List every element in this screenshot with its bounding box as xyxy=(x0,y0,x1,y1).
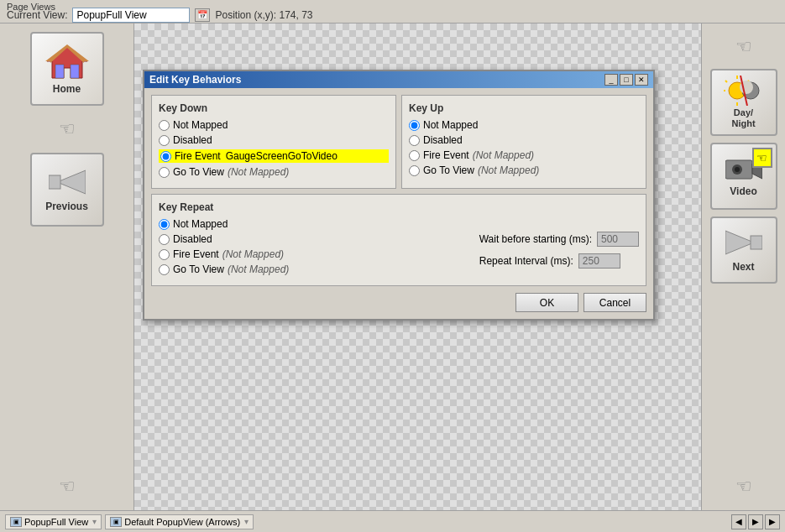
dialog-titlebar: Edit Key Behaviors _ □ ✕ xyxy=(144,71,653,88)
wait-before-input[interactable] xyxy=(597,232,639,247)
video-label: Video xyxy=(730,185,756,197)
key-repeat-disabled-row[interactable]: Disabled xyxy=(159,233,463,245)
key-repeat-disabled-radio[interactable] xyxy=(159,234,170,245)
next-button[interactable]: Next xyxy=(710,216,777,284)
key-up-not-mapped-row[interactable]: Not Mapped xyxy=(409,119,639,131)
key-down-goto-view-radio[interactable] xyxy=(159,167,170,178)
key-repeat-disabled-label: Disabled xyxy=(173,233,212,245)
key-up-section: Key Up Not Mapped Disabled Fire Eve xyxy=(401,95,646,189)
right-top-cursor: ☜ xyxy=(729,32,759,62)
key-up-disabled-row[interactable]: Disabled xyxy=(409,134,639,146)
key-down-goto-view-label: Go To View xyxy=(173,166,224,178)
right-bottom-cursor: ☜ xyxy=(729,472,759,502)
key-down-fire-event-value: GaugeScreenGoToVideo xyxy=(226,150,338,162)
next-arrow-icon xyxy=(725,227,762,258)
svg-rect-2 xyxy=(71,65,79,78)
key-repeat-not-mapped-row[interactable]: Not Mapped xyxy=(159,218,463,230)
key-up-disabled-label: Disabled xyxy=(423,134,463,146)
dialog-title: Edit Key Behaviors xyxy=(149,74,241,86)
svg-rect-20 xyxy=(751,236,762,249)
key-up-fire-event-row[interactable]: Fire Event (Not Mapped) xyxy=(409,149,639,161)
tab1-label: PopupFull View xyxy=(24,517,88,527)
key-down-title: Key Down xyxy=(159,102,389,114)
svg-marker-19 xyxy=(725,231,754,254)
key-up-goto-view-row[interactable]: Go To View (Not Mapped) xyxy=(409,164,639,176)
svg-line-10 xyxy=(725,81,727,82)
key-down-goto-view-value: (Not Mapped) xyxy=(228,166,289,178)
home-label: Home xyxy=(53,83,81,95)
tab1-icon: ▣ xyxy=(10,517,22,527)
day-night-label: Day/Night xyxy=(731,107,755,129)
key-repeat-goto-view-row[interactable]: Go To View (Not Mapped) xyxy=(159,263,463,275)
status-tab-1[interactable]: ▣ PopupFull View ▾ xyxy=(5,514,102,529)
key-repeat-goto-view-label: Go To View xyxy=(173,263,224,275)
key-repeat-section: Key Repeat Not Mapped Disabled xyxy=(151,194,646,286)
left-cursor-icon: ☜ xyxy=(52,114,82,144)
previous-button[interactable]: Previous xyxy=(30,153,104,227)
key-up-not-mapped-radio[interactable] xyxy=(409,120,420,131)
nav-arrow-right2-button[interactable]: ▶ xyxy=(765,514,780,529)
key-up-title: Key Up xyxy=(409,102,639,114)
svg-rect-5 xyxy=(49,175,60,189)
status-tab-2[interactable]: ▣ Default PopupView (Arrows) ▾ xyxy=(105,514,254,529)
tab2-icon: ▣ xyxy=(110,517,122,527)
key-repeat-goto-view-value: (Not Mapped) xyxy=(228,263,289,275)
canvas-area: Edit Key Behaviors _ □ ✕ Key Down xyxy=(134,23,701,510)
cancel-button[interactable]: Cancel xyxy=(584,293,646,312)
key-up-disabled-radio[interactable] xyxy=(409,135,420,146)
day-night-button[interactable]: Day/Night xyxy=(710,69,777,136)
nav-arrows: ◀ ▶ ▶ xyxy=(731,514,780,529)
key-repeat-fire-event-radio[interactable] xyxy=(159,249,170,260)
key-up-not-mapped-label: Not Mapped xyxy=(423,119,478,131)
key-down-fire-event-label: Fire Event xyxy=(175,150,221,162)
svg-rect-1 xyxy=(55,65,64,78)
key-repeat-title: Key Repeat xyxy=(159,201,639,213)
key-down-not-mapped-radio[interactable] xyxy=(159,120,170,131)
key-up-fire-event-radio[interactable] xyxy=(409,150,420,161)
video-button[interactable]: ☜ Video xyxy=(710,143,777,210)
key-repeat-fire-event-label: Fire Event xyxy=(173,248,219,260)
status-bar: ▣ PopupFull View ▾ ▣ Default PopupView (… xyxy=(0,510,785,532)
key-down-disabled-row[interactable]: Disabled xyxy=(159,134,389,146)
tab2-label: Default PopupView (Arrows) xyxy=(124,517,240,527)
svg-point-18 xyxy=(735,167,740,172)
repeat-interval-label: Repeat Interval (ms): xyxy=(479,255,573,267)
previous-label: Previous xyxy=(45,201,88,212)
key-up-goto-view-value: (Not Mapped) xyxy=(478,164,539,176)
calendar-icon[interactable]: 📅 xyxy=(195,8,210,22)
key-down-disabled-label: Disabled xyxy=(173,134,212,146)
tab2-close[interactable]: ▾ xyxy=(244,517,249,526)
home-icon xyxy=(45,43,89,80)
day-night-icon xyxy=(724,76,764,106)
nav-arrow-left-button[interactable]: ◀ xyxy=(731,514,746,529)
key-down-not-mapped-label: Not Mapped xyxy=(173,119,228,131)
key-up-goto-view-radio[interactable] xyxy=(409,165,420,176)
nav-arrow-right-button[interactable]: ▶ xyxy=(748,514,763,529)
next-label: Next xyxy=(732,261,754,273)
position-label: Position (x,y): 174, 73 xyxy=(215,9,312,21)
svg-marker-4 xyxy=(57,170,86,194)
tab1-close[interactable]: ▾ xyxy=(92,517,97,526)
video-cursor-highlight: ☜ xyxy=(752,148,772,168)
home-button[interactable]: Home xyxy=(30,32,104,106)
key-down-goto-view-row[interactable]: Go To View (Not Mapped) xyxy=(159,166,389,178)
dialog-minimize-button[interactable]: _ xyxy=(604,74,618,86)
key-repeat-not-mapped-label: Not Mapped xyxy=(173,218,228,230)
edit-key-behaviors-dialog: Edit Key Behaviors _ □ ✕ Key Down xyxy=(143,70,655,321)
key-down-fire-event-radio[interactable] xyxy=(160,151,171,162)
previous-arrow-icon xyxy=(49,167,86,197)
dialog-maximize-button[interactable]: □ xyxy=(620,74,633,86)
key-repeat-goto-view-radio[interactable] xyxy=(159,264,170,275)
key-down-not-mapped-row[interactable]: Not Mapped xyxy=(159,119,389,131)
ok-button[interactable]: OK xyxy=(515,293,578,312)
key-repeat-not-mapped-radio[interactable] xyxy=(159,219,170,230)
key-repeat-fire-event-value: (Not Mapped) xyxy=(222,248,284,260)
key-down-fire-event-row[interactable]: Fire Event GaugeScreenGoToVideo xyxy=(159,149,389,163)
svg-marker-0 xyxy=(47,46,87,78)
current-view-input[interactable] xyxy=(72,8,190,23)
key-repeat-fire-event-row[interactable]: Fire Event (Not Mapped) xyxy=(159,248,463,260)
key-down-disabled-radio[interactable] xyxy=(159,135,170,146)
left-bottom-cursor: ☜ xyxy=(52,472,82,502)
dialog-close-button[interactable]: ✕ xyxy=(635,74,648,86)
repeat-interval-input[interactable] xyxy=(578,253,620,269)
